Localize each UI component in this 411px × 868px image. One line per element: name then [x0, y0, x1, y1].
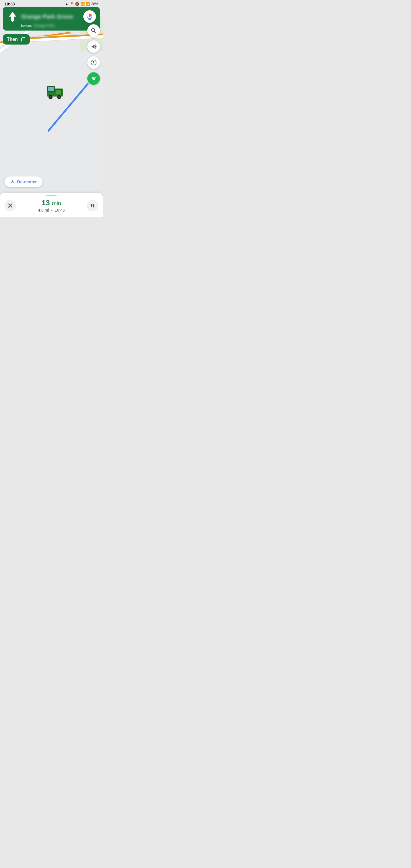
volume-icon	[91, 43, 97, 50]
svg-point-8	[50, 96, 51, 98]
close-navigation-button[interactable]	[5, 200, 16, 211]
bottom-content: 13 min 4.6 mi • 10:46	[5, 198, 98, 212]
status-time: 10:33	[5, 2, 15, 6]
silent-icon: 🔕	[75, 2, 80, 6]
battery-label: 38%	[91, 2, 98, 6]
volume-button[interactable]	[87, 40, 100, 53]
recenter-label: Re-center	[17, 179, 37, 184]
voice-search-button[interactable]	[83, 10, 96, 23]
eta-display: 13 min 4.6 mi • 10:46	[16, 198, 87, 212]
bottom-navigation-bar: 13 min 4.6 mi • 10:46	[0, 193, 103, 217]
svg-rect-2	[48, 87, 54, 91]
search-icon	[91, 28, 96, 33]
search-button[interactable]	[87, 24, 100, 37]
svg-point-10	[58, 96, 60, 98]
report-icon	[91, 59, 97, 66]
side-action-buttons	[87, 24, 100, 85]
svg-rect-6	[56, 90, 61, 94]
location-icon: 📍	[70, 2, 74, 6]
bottom-handle	[46, 195, 57, 196]
spotify-button[interactable]	[87, 72, 100, 85]
svg-rect-11	[61, 93, 63, 94]
turn-right-icon	[20, 36, 26, 42]
eta-separator: •	[51, 208, 53, 212]
navigation-header: Grange Park Grove toward Grange Park...	[3, 7, 100, 31]
svg-point-27	[93, 64, 94, 64]
street-name: Grange Park Grove	[21, 13, 81, 20]
recenter-icon	[10, 180, 15, 184]
svg-marker-34	[91, 204, 92, 205]
svg-marker-12	[9, 12, 16, 21]
eta-details: 4.6 mi • 10:46	[16, 208, 87, 212]
status-bar: 10:33 ▲ 📍 🔕 📶 📶 38%	[0, 0, 103, 7]
svg-line-23	[94, 31, 96, 33]
eta-arrival-time: 10:46	[55, 208, 65, 212]
spotify-icon	[90, 75, 97, 82]
vehicle	[44, 83, 67, 102]
toward-destination: Grange Park...	[33, 23, 58, 28]
direction-arrow-up	[7, 11, 18, 22]
eta-distance: 4.6 mi	[38, 208, 49, 212]
recenter-button[interactable]: Re-center	[5, 177, 42, 187]
report-button[interactable]	[87, 56, 100, 69]
svg-marker-21	[24, 37, 25, 38]
wifi-icon: 📶	[81, 2, 85, 6]
svg-marker-36	[93, 207, 94, 208]
svg-marker-30	[11, 180, 14, 183]
eta-time-row: 13 min	[16, 198, 87, 207]
navigation-icon: ▲	[65, 2, 68, 6]
alternate-routes-button[interactable]	[87, 200, 98, 211]
truck-svg	[44, 83, 67, 101]
toward-label: toward	[21, 23, 32, 28]
eta-minutes: 13 min	[42, 198, 61, 207]
routes-icon	[90, 203, 95, 208]
then-maneuver-box: Then	[3, 34, 30, 44]
status-icons: ▲ 📍 🔕 📶 📶 38%	[65, 2, 98, 6]
svg-marker-24	[92, 44, 94, 49]
close-icon	[8, 203, 12, 208]
signal-icon: 📶	[86, 2, 90, 6]
then-label: Then	[7, 37, 18, 42]
